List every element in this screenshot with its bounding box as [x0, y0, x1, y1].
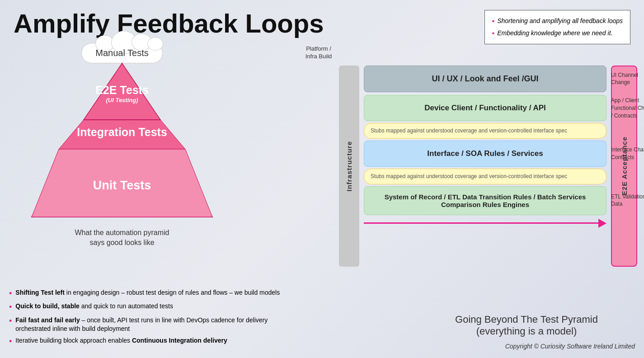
- interface-box: Interface / SOA Rules / Services: [364, 141, 606, 167]
- bullet-dot-4: •: [9, 336, 12, 347]
- manual-tests-label: Manual Tests: [95, 48, 148, 58]
- e2e-acceptance-label: E2E Acceptance: [620, 137, 628, 195]
- device-box: Device Client / Functionality / API: [364, 95, 606, 121]
- going-beyond-text: Going Beyond The Test Pyramid(everything…: [418, 314, 635, 337]
- tagline-line2: Embedding knowledge where we need it.: [497, 28, 612, 39]
- e2e-subtitle: (UI Testing): [95, 97, 149, 104]
- device-box-label: Device Client / Functionality / API: [424, 104, 546, 112]
- bottom-arrow: [364, 219, 606, 228]
- interface-box-label: Interface / SOA Rules / Services: [427, 149, 543, 158]
- unit-label: Unit Tests: [93, 179, 151, 193]
- bullet-item-3: • Fail fast and fail early – once built,…: [9, 316, 289, 334]
- device-side-label: App / Client Functional Change / Contrac…: [611, 97, 644, 119]
- bullet-dot-2: •: [9, 301, 12, 313]
- boxes-area: UI / UX / Look and Feel /GUI UI Channel …: [364, 66, 606, 228]
- cloud-puff-2: [147, 37, 163, 51]
- ui-side-label: UI Channel Change: [611, 71, 644, 87]
- e2e-title: E2E Tests: [95, 84, 149, 97]
- system-side-label: ETL Validation / Big Data: [611, 193, 644, 208]
- bullet-4-text: Iterative building block approach enable…: [15, 336, 227, 345]
- bullet-dot-1: •: [9, 288, 12, 299]
- infrastructure-bar: Infrastructure: [339, 66, 359, 267]
- tagline-box: • Shortening and amplifying all feedback…: [484, 10, 630, 44]
- bullets-area: • Shifting Test left in engaging design …: [9, 288, 289, 350]
- ui-box-label: UI / UX / Look and Feel /GUI: [432, 74, 538, 83]
- bullet-3-text: Fail fast and fail early – once built, A…: [15, 316, 289, 334]
- bullet-1-text: Shifting Test left in engaging design – …: [15, 288, 280, 297]
- copyright-text: Copyright © Curiosity Software Ireland L…: [418, 343, 635, 350]
- left-area: Manual Tests E2E Tests: [9, 43, 235, 248]
- bullet-item-1: • Shifting Test left in engaging design …: [9, 288, 289, 299]
- pyramid-caption: What the automation pyramid says good lo…: [9, 228, 235, 248]
- bullet-item-4: • Iterative building block approach enab…: [9, 336, 289, 347]
- e2e-label: E2E Tests (UI Testing): [95, 84, 149, 104]
- stub1-label: Stubs mapped against understood coverage…: [371, 127, 567, 134]
- bullet-dot-3: •: [9, 316, 12, 327]
- system-box: System of Record / ETL Data Transition R…: [364, 186, 606, 215]
- bullet-item-2: • Quick to build, stable and quick to ru…: [9, 302, 289, 313]
- stub-box-1: Stubs mapped against understood coverage…: [364, 123, 606, 139]
- right-bottom-area: Going Beyond The Test Pyramid(everything…: [418, 314, 635, 350]
- pyramid-container: E2E Tests (UI Testing) Integration Tests…: [27, 59, 217, 223]
- caption-line1: What the automation pyramid: [75, 229, 169, 236]
- integration-label: Integration Tests: [77, 126, 167, 139]
- arrow-head: [598, 219, 606, 228]
- stub2-label: Stubs mapped against understood coverage…: [371, 173, 567, 179]
- platform-label: Platform / Infra Build: [303, 45, 334, 61]
- pyramid-svg: [27, 59, 217, 221]
- interface-side-label: Interface Change / Contracts: [611, 146, 644, 161]
- bullet-icon-2: •: [492, 27, 495, 39]
- ui-box: UI / UX / Look and Feel /GUI: [364, 66, 606, 92]
- ui-row: UI / UX / Look and Feel /GUI UI Channel …: [364, 66, 606, 92]
- e2e-acceptance-bar: E2E Acceptance: [611, 66, 637, 267]
- caption-line2: says good looks like: [89, 239, 154, 246]
- device-row: Device Client / Functionality / API App …: [364, 95, 606, 121]
- main-container: Amplify Feedback Loops • Shortening and …: [0, 0, 644, 358]
- infra-label: Infrastructure: [345, 141, 353, 192]
- bullet-2-text: Quick to build, stable and quick to run …: [15, 302, 173, 311]
- interface-row: Interface / SOA Rules / Services Interfa…: [364, 141, 606, 167]
- tagline-line1: Shortening and amplifying all feedback l…: [497, 16, 623, 27]
- stub-box-2: Stubs mapped against understood coverage…: [364, 169, 606, 184]
- arrow-line: [364, 222, 598, 224]
- bullet-icon-1: •: [492, 15, 495, 27]
- system-row: System of Record / ETL Data Transition R…: [364, 186, 606, 215]
- system-box-label: System of Record / ETL Data Transition R…: [385, 193, 586, 208]
